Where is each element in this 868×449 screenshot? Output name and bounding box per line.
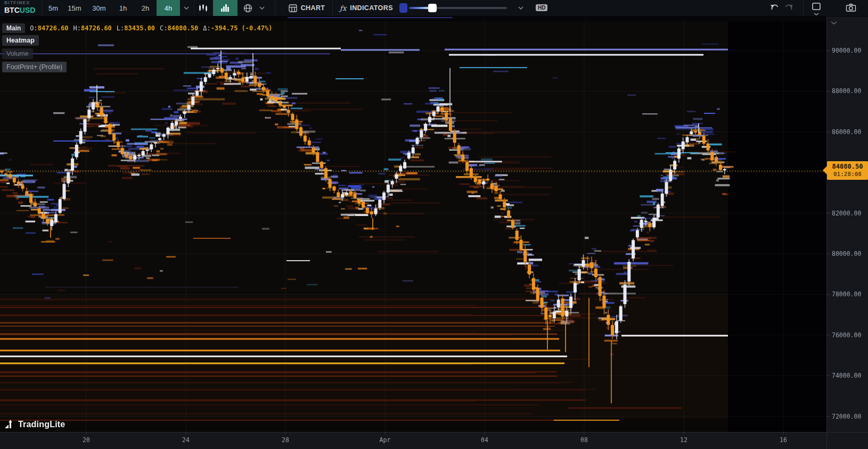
ohlc-status-row: Main O:84726.60 H:84726.60 L:83435.00 C:… xyxy=(2,23,272,33)
time-axis-label: 08 xyxy=(580,436,588,444)
symbol-base: BTC xyxy=(4,6,20,14)
ohlc-close: C:84080.50 xyxy=(160,24,198,32)
heatmap-chart-type-icon-active[interactable] xyxy=(213,0,238,16)
indicators-button[interactable]: ƒx INDICATORS xyxy=(335,0,397,16)
timeframe-1h[interactable]: 1h xyxy=(112,0,134,16)
tradinglite-logo: TradingLite xyxy=(4,420,65,429)
hd-toggle[interactable]: HD xyxy=(536,4,547,11)
layer-footprint[interactable]: FootPrint+ (Profile) xyxy=(2,62,67,72)
timeframe-15m[interactable]: 15m xyxy=(63,0,86,16)
candlestick-chart-type-icon[interactable] xyxy=(195,0,212,16)
last-price-tag: 84080.50 01:28:08 xyxy=(827,161,868,180)
slider-dropdown-chevron-icon[interactable] xyxy=(514,0,527,16)
timeframe-4h-active[interactable]: 4h xyxy=(157,0,180,16)
time-axis-label: 28 xyxy=(282,436,289,444)
layer-heatmap[interactable]: Heatmap xyxy=(2,35,39,46)
symbol-label: BTCUSD xyxy=(4,6,35,14)
price-axis-label: 88000.00 xyxy=(832,87,867,95)
time-axis-label: 12 xyxy=(680,436,687,444)
candle-countdown: 01:28:08 xyxy=(833,171,862,178)
exchange-label: BITFINEX xyxy=(4,1,35,5)
timeframe-5m[interactable]: 5m xyxy=(44,0,63,16)
ohlc-high: H:84726.60 xyxy=(73,24,112,32)
ohlc-low: L:83435.00 xyxy=(117,24,155,32)
price-axis-label: 90000.00 xyxy=(832,47,867,54)
toolbar: BITFINEX BTCUSD 5m 15m 30m 1h 2h 4h CHAR… xyxy=(0,0,868,16)
indicators-button-label: INDICATORS xyxy=(350,4,393,12)
time-axis-label: 16 xyxy=(780,436,787,444)
heatmap-intensity-min-cap[interactable] xyxy=(399,3,407,13)
symbol-selector[interactable]: BITFINEX BTCUSD xyxy=(4,1,35,14)
camera-icon[interactable] xyxy=(846,3,856,14)
tradinglite-logo-text: TradingLite xyxy=(18,420,65,429)
timeframe-dropdown-chevron-icon[interactable] xyxy=(180,0,193,16)
price-axis-label: 74000.00 xyxy=(832,372,867,379)
time-axis-label: 04 xyxy=(481,436,488,444)
tradinglite-app: BITFINEX BTCUSD 5m 15m 30m 1h 2h 4h CHAR… xyxy=(0,0,868,449)
last-price-value: 84080.50 xyxy=(832,163,863,171)
ohlc-open: O:84726.60 xyxy=(30,24,68,32)
undo-icon[interactable] xyxy=(770,3,780,14)
fx-icon: ƒx xyxy=(340,4,346,12)
time-axis-label: 24 xyxy=(182,436,190,444)
redo-icon[interactable] xyxy=(784,3,793,14)
slider-handle[interactable] xyxy=(428,4,437,12)
price-axis-label: 80000.00 xyxy=(832,250,867,257)
price-axis-label: 86000.00 xyxy=(832,128,867,136)
layer-dropdown-chevron-icon[interactable] xyxy=(256,0,268,16)
timeframe-30m[interactable]: 30m xyxy=(86,0,112,16)
layout-box-icon[interactable] xyxy=(812,2,821,15)
tradinglite-logo-icon xyxy=(4,420,15,429)
heatmap-chart-canvas[interactable] xyxy=(0,0,868,449)
symbol-quote: USD xyxy=(20,6,36,14)
price-axis-label: 72000.00 xyxy=(832,413,867,420)
price-axis-label: 76000.00 xyxy=(832,331,867,339)
time-axis-label: 20 xyxy=(83,436,90,444)
chart-button-label: CHART xyxy=(301,4,325,12)
globe-icon[interactable] xyxy=(240,0,256,16)
chart-button[interactable]: CHART xyxy=(281,0,332,16)
time-axis-label: Apr xyxy=(380,436,391,444)
price-axis-label: 78000.00 xyxy=(832,290,867,298)
heatmap-intensity-slider[interactable] xyxy=(409,7,507,9)
price-axis-label: 82000.00 xyxy=(832,210,867,217)
price-axis-chevron-icon[interactable] xyxy=(831,18,837,27)
pane-badge[interactable]: Main xyxy=(2,23,25,33)
ohlc-delta: Δ:-394.75 (-0.47%) xyxy=(203,24,272,32)
layer-volume[interactable]: Volume xyxy=(2,48,33,59)
timeframe-2h[interactable]: 2h xyxy=(134,0,157,16)
